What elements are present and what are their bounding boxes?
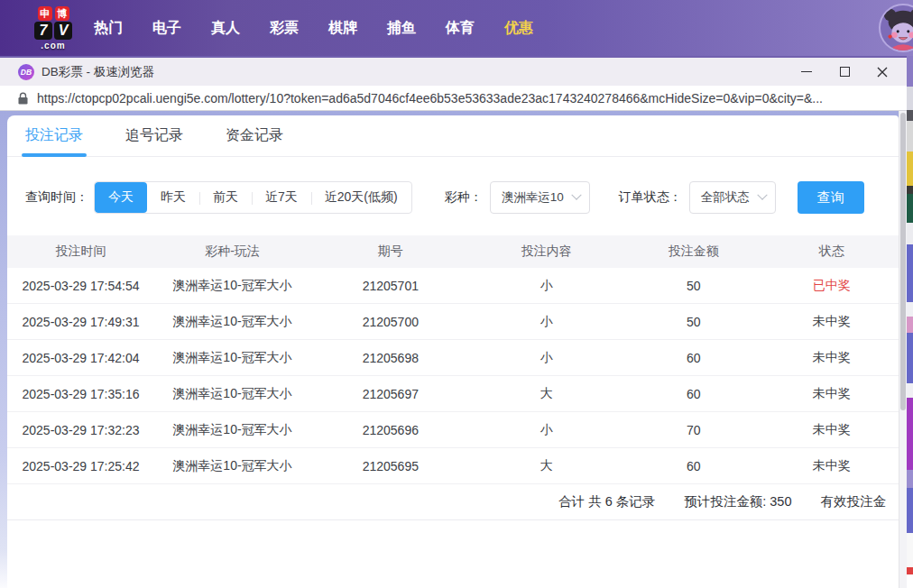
maximize-icon (840, 67, 850, 77)
status-cell: 未中奖 (765, 386, 899, 402)
background-page-fragment (907, 398, 913, 470)
main-nav: 热门电子真人彩票棋牌捕鱼体育优惠 (94, 19, 533, 38)
nav-item[interactable]: 优惠 (504, 19, 533, 38)
bet-time-cell: 2025-03-29 17:35:16 (7, 387, 154, 401)
table-header-cell: 投注金额 (622, 243, 765, 260)
background-page-fragment (907, 488, 913, 533)
scrollbar-thumb[interactable] (900, 113, 906, 410)
status-cell: 未中奖 (765, 422, 899, 438)
filter-row: 查询时间： 今天昨天前天近7天近20天(低频) 彩种： 澳洲幸运10 订单状态：… (25, 181, 899, 214)
bet-amount-cell: 50 (622, 279, 765, 293)
window-title: DB彩票 - 极速浏览器 (42, 64, 154, 80)
background-page-fragment (907, 121, 913, 152)
table-row: 2025-03-29 17:35:16 澳洲幸运10-冠军大小 21205697… (7, 376, 899, 412)
site-favicon: DB (18, 64, 34, 80)
time-filter-label: 查询时间： (25, 189, 88, 206)
lottery-record-panel: 投注记录追号记录资金记录 查询时间： 今天昨天前天近7天近20天(低频) 彩种：… (7, 115, 899, 588)
table-header-cell: 投注时间 (7, 243, 154, 260)
nav-item[interactable]: 真人 (211, 19, 240, 38)
background-page-fragment (907, 574, 913, 588)
logo-brand: 7 V (34, 22, 72, 40)
issue-number-cell: 21205696 (310, 423, 471, 437)
close-button[interactable] (863, 58, 901, 86)
background-page-fragment (907, 186, 913, 194)
table-header-cell: 期号 (310, 243, 471, 260)
logo-brand-left: 7 (34, 22, 52, 40)
record-tab[interactable]: 资金记录 (226, 115, 283, 156)
background-page-fragment (907, 470, 913, 488)
bet-time-cell: 2025-03-29 17:54:54 (7, 279, 154, 293)
time-range-option[interactable]: 近7天 (252, 182, 311, 213)
nav-item[interactable]: 体育 (446, 19, 475, 38)
summary-expected-amount: 预计投注金额: 350 (684, 493, 791, 510)
minimize-button[interactable] (788, 58, 825, 86)
game-type-cell: 澳洲幸运10-冠军大小 (154, 350, 310, 366)
issue-number-cell: 21205698 (310, 351, 471, 365)
time-range-option[interactable]: 近20天(低频) (311, 182, 411, 213)
browser-viewport: 投注记录追号记录资金记录 查询时间： 今天昨天前天近7天近20天(低频) 彩种：… (0, 111, 907, 588)
bet-amount-cell: 60 (622, 459, 765, 473)
nav-item[interactable]: 热门 (94, 19, 123, 38)
record-tab[interactable]: 投注记录 (25, 115, 83, 156)
logo-domain: .com (41, 41, 65, 51)
user-avatar[interactable] (879, 4, 913, 52)
background-page-fragment (907, 383, 913, 398)
table-row: 2025-03-29 17:25:42 澳洲幸运10-冠军大小 21205695… (7, 448, 899, 484)
background-page-fragment (907, 194, 913, 223)
bet-content-cell: 小 (471, 278, 622, 294)
nav-item[interactable]: 电子 (152, 19, 181, 38)
window-titlebar: DB DB彩票 - 极速浏览器 (0, 58, 907, 86)
nav-item[interactable]: 彩票 (270, 19, 299, 38)
bet-time-cell: 2025-03-29 17:42:04 (7, 351, 154, 365)
close-icon (877, 67, 888, 78)
time-range-option[interactable]: 今天 (95, 182, 147, 213)
time-range-option[interactable]: 前天 (199, 182, 252, 213)
minimize-icon (801, 71, 812, 73)
game-type-cell: 澳洲幸运10-冠军大小 (154, 458, 310, 474)
order-status-select[interactable]: 全部状态 (689, 181, 776, 214)
summary-valid-amount: 有效投注金 (821, 493, 887, 510)
site-topbar: 申 博 7 V .com 热门电子真人彩票棋牌捕鱼体育优惠 (0, 0, 913, 56)
background-page-fragment (907, 110, 913, 121)
bet-time-cell: 2025-03-29 17:25:42 (7, 459, 154, 473)
game-type-cell: 澳洲幸运10-冠军大小 (154, 278, 310, 294)
bet-time-cell: 2025-03-29 17:49:31 (7, 315, 154, 329)
background-page-fragment (907, 302, 913, 317)
vertical-scrollbar[interactable] (899, 111, 907, 588)
logo-brand-right: V (54, 22, 72, 40)
search-button[interactable]: 查询 (798, 181, 864, 214)
background-page-fragment (907, 223, 913, 244)
chevron-down-icon (757, 190, 767, 200)
url-bar[interactable]: https://ctopcp02pcali.uengi5e.com/lotter… (0, 86, 907, 111)
lottery-filter-label: 彩种： (445, 189, 483, 206)
time-range-group: 今天昨天前天近7天近20天(低频) (94, 181, 412, 214)
status-filter-label: 订单状态： (619, 189, 682, 206)
status-cell: 未中奖 (765, 314, 899, 330)
record-tab[interactable]: 追号记录 (125, 115, 183, 156)
summary-row: 合计 共 6 条记录 预计投注金额: 350 有效投注金 (7, 484, 899, 520)
table-header-cell: 状态 (765, 243, 899, 260)
lottery-select[interactable]: 澳洲幸运10 (490, 181, 590, 214)
nav-item[interactable]: 捕鱼 (387, 19, 416, 38)
logo-badge-right: 博 (55, 6, 69, 21)
status-cell: 未中奖 (765, 458, 899, 474)
lock-icon[interactable] (18, 92, 28, 105)
maximize-button[interactable] (825, 58, 863, 86)
window-controls (788, 58, 907, 86)
nav-item[interactable]: 棋牌 (328, 19, 357, 38)
bet-amount-cell: 50 (622, 315, 765, 329)
url-text: https://ctopcp02pcali.uengi5e.com/lotter… (37, 91, 823, 106)
site-logo[interactable]: 申 博 7 V .com (34, 6, 72, 51)
time-range-option[interactable]: 昨天 (147, 182, 199, 213)
background-page-fragment (907, 317, 913, 333)
logo-badge-left: 申 (38, 6, 52, 21)
background-page-strip (907, 56, 913, 588)
bet-amount-cell: 60 (622, 387, 765, 401)
bet-content-cell: 大 (471, 386, 622, 402)
status-cell: 未中奖 (765, 350, 899, 366)
table-row: 2025-03-29 17:54:54 澳洲幸运10-冠军大小 21205701… (7, 268, 899, 304)
game-type-cell: 澳洲幸运10-冠军大小 (154, 422, 310, 438)
summary-record-count: 合计 共 6 条记录 (558, 493, 655, 510)
table-row: 2025-03-29 17:42:04 澳洲幸运10-冠军大小 21205698… (7, 340, 899, 376)
bet-amount-cell: 70 (622, 423, 765, 437)
